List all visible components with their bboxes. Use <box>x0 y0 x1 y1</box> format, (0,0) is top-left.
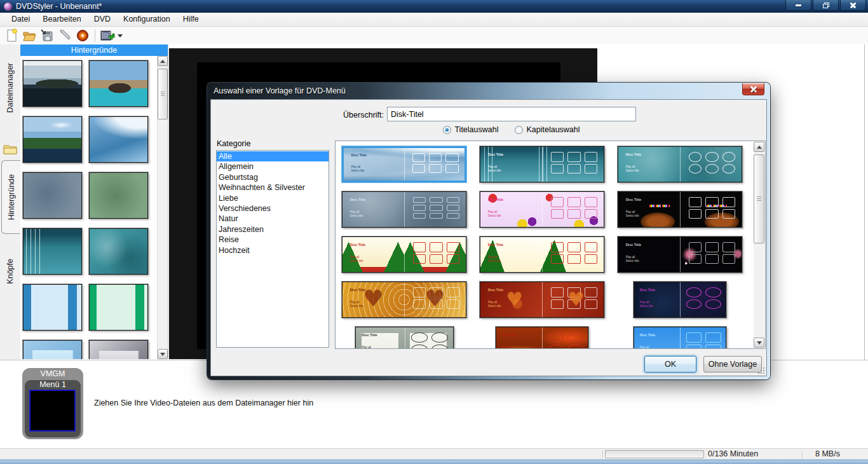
category-item[interactable]: Liebe <box>217 193 329 203</box>
template-steel-clouds[interactable]: Disc TitlePlay allSelect title <box>342 191 466 228</box>
background-thumbnail-blue-frame[interactable] <box>23 340 82 359</box>
grid-cell <box>705 209 719 219</box>
template-neon-rings[interactable]: Disc TitlePlay allSelect title <box>634 282 726 318</box>
menu1-tab[interactable]: Menü 1 <box>25 380 81 437</box>
minimize-button[interactable] <box>785 0 811 11</box>
template-disc-title: Disc Title <box>351 153 366 157</box>
template-buttons-panel <box>405 327 454 349</box>
category-item[interactable]: Verschiedenes <box>217 203 329 214</box>
template-title-panel: Disc TitlePlay allSelect title <box>618 192 680 227</box>
panel-divider <box>405 327 405 349</box>
add-file-button[interactable] <box>98 27 116 44</box>
save-project-button[interactable] <box>38 27 56 44</box>
category-item[interactable]: Natur <box>217 214 329 224</box>
sidebar-tab-dateimanager[interactable]: Dateimanager <box>0 52 20 123</box>
templates-scrollbar[interactable] <box>754 142 764 348</box>
category-item[interactable]: Geburtstag <box>217 172 329 182</box>
template-menu-lines: Play allSelect title <box>488 165 501 173</box>
new-project-button[interactable] <box>3 27 20 44</box>
heading-input[interactable] <box>387 107 636 121</box>
category-item[interactable]: Jahreszeiten <box>217 224 329 235</box>
grid-cell <box>447 242 460 252</box>
template-teal-circles[interactable]: Disc TitlePlay allSelect title <box>618 146 742 182</box>
menu1-thumbnail[interactable] <box>29 390 76 432</box>
category-item[interactable]: Hochzeit <box>217 245 329 256</box>
backgrounds-scrollbar[interactable] <box>157 56 168 359</box>
dialog-close-button[interactable] <box>742 83 764 95</box>
category-item[interactable]: Weihnachten & Silvester <box>217 182 329 193</box>
scroll-down-button[interactable] <box>158 349 168 359</box>
ok-button[interactable]: OK <box>644 356 696 372</box>
template-title-panel: Disc TitlePlay allSelect title <box>342 237 404 272</box>
template-christmas-holly[interactable]: Disc TitlePlay allSelect title <box>342 236 466 273</box>
dvdstyler-window: DVDStyler - Unbenannt* DateiBearbeitenDV… <box>0 0 868 464</box>
category-item[interactable]: Reise <box>217 235 329 245</box>
tab-label: Dateimanager <box>6 63 15 113</box>
burn-dvd-button[interactable] <box>74 27 92 44</box>
background-thumbnail-ship-bay[interactable] <box>89 60 148 107</box>
grid-cell <box>551 164 564 174</box>
template-fireworks[interactable]: Disc TitlePlay allSelect title <box>618 236 742 273</box>
scrollbar-thumb[interactable] <box>158 69 168 119</box>
template-christmas-tree[interactable]: Disc TitlePlay allSelect title <box>480 236 604 273</box>
template-buttons-panel <box>680 237 742 272</box>
template-birthday-cake[interactable]: Disc TitlePlay allSelect title <box>618 191 742 228</box>
settings-button[interactable] <box>56 27 74 44</box>
template-fire-sky[interactable]: Disc TitlePlay allSelect title <box>496 327 588 349</box>
statusbar-separator <box>802 450 803 458</box>
menu-item-konfiguration[interactable]: Konfiguration <box>117 13 177 25</box>
template-birthday-balloons[interactable]: Disc TitlePlay allSelect title <box>480 191 604 228</box>
panel-divider <box>542 147 543 182</box>
background-thumbnail-river-forest[interactable] <box>23 116 82 163</box>
vmgm-group[interactable]: VMGM Menü 1 <box>22 368 83 439</box>
no-template-button[interactable]: Ohne Vorlage <box>703 356 762 372</box>
background-thumbnail-blue-wave[interactable] <box>89 116 148 163</box>
sidebar-tab-knoepfe[interactable]: Knöpfe <box>0 252 20 291</box>
grid-cell <box>567 332 583 342</box>
sidebar-tab-hintergruende[interactable]: Hintergründe <box>1 160 20 234</box>
grid-cell <box>551 254 564 264</box>
grid-cell <box>411 345 428 349</box>
template-title-panel: Disc TitlePlay allSelect title <box>342 192 404 227</box>
open-project-button[interactable] <box>20 27 38 44</box>
template-buttons-panel <box>404 237 466 272</box>
background-thumbnail-teal-stripes[interactable] <box>23 228 82 275</box>
background-thumbnail-gray-frame[interactable] <box>89 340 148 359</box>
template-button-grid <box>551 242 598 264</box>
radio-label: Kapitelauswahl <box>526 125 580 134</box>
scroll-down-button[interactable] <box>754 338 764 348</box>
template-teal-stripes[interactable]: Disc TitlePlay allSelect title <box>480 146 604 182</box>
template-blue-city[interactable]: Disc TitlePlay allSelect title <box>634 327 726 349</box>
template-golden-hearts[interactable]: Disc TitlePlay allSelect title <box>342 282 466 318</box>
menu-item-datei[interactable]: Datei <box>5 13 36 25</box>
radio-kapitelauswahl[interactable]: Kapitelauswahl <box>515 125 580 134</box>
background-thumbnail-gray-blur[interactable] <box>23 172 82 219</box>
add-file-dropdown-arrow[interactable] <box>118 34 123 40</box>
category-item[interactable]: Allgemein <box>217 161 329 172</box>
menu-item-bearbeiten[interactable]: Bearbeiten <box>36 13 87 25</box>
grid-cell <box>413 242 426 252</box>
menu-item-hilfe[interactable]: Hilfe <box>177 13 205 25</box>
template-button-grid <box>413 197 460 219</box>
grid-cell <box>430 254 443 264</box>
background-thumbnail-teal-texture[interactable] <box>89 228 148 275</box>
background-thumbnail-green-blur[interactable] <box>89 172 148 219</box>
template-red-hearts[interactable]: Disc TitlePlay allSelect title <box>480 282 604 318</box>
scroll-up-button[interactable] <box>754 142 764 152</box>
scroll-up-button[interactable] <box>158 56 168 66</box>
radio-titelauswahl[interactable]: Titelauswahl <box>443 125 498 134</box>
template-menu-lines: Play allSelect title <box>350 210 363 218</box>
background-thumbnail-blue-bars[interactable] <box>23 284 82 331</box>
template-retro-paper[interactable]: Disc TitlePlay allSelect title <box>355 327 454 349</box>
restore-button[interactable] <box>813 0 839 11</box>
category-item[interactable]: Alle <box>217 151 329 161</box>
menu-item-dvd[interactable]: DVD <box>88 13 117 25</box>
background-thumbnail-sea-island[interactable] <box>23 60 82 107</box>
resize-grip[interactable] <box>758 367 765 374</box>
scrollbar-thumb[interactable] <box>754 154 764 243</box>
dialog-titlebar[interactable]: Auswahl einer Vorlage für DVD-Menü <box>207 83 770 99</box>
background-thumbnail-green-bars[interactable] <box>89 284 148 331</box>
close-button[interactable] <box>840 0 866 11</box>
grid-cell <box>705 345 721 349</box>
template-blue-waves[interactable]: Disc TitlePlay allSelect title <box>342 146 466 182</box>
